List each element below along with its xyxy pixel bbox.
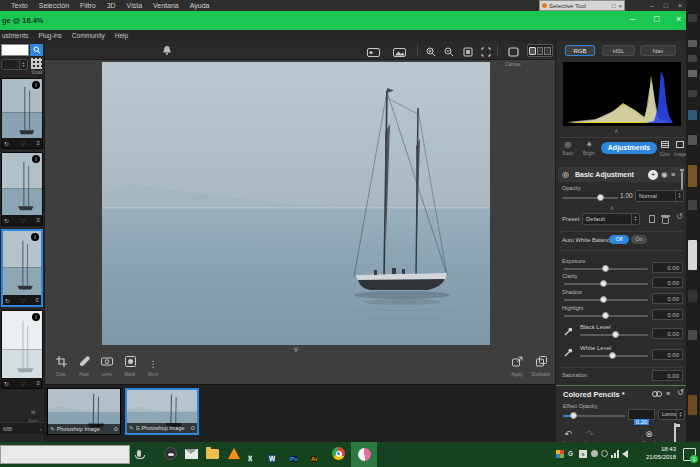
taskbar-app-illustrator[interactable]: Ai <box>311 447 325 461</box>
tab-nav[interactable]: Nav <box>640 45 676 56</box>
like-icon[interactable]: ♡ <box>20 140 25 147</box>
tab-rgb[interactable]: RGB <box>565 45 595 56</box>
tray-x-icon[interactable]: x <box>579 450 587 458</box>
taskbar-clock[interactable]: 18:43 21/05/2018 <box>630 446 676 461</box>
minimize-icon[interactable]: – <box>630 14 635 24</box>
collapse-icon[interactable]: ∧ <box>610 204 614 211</box>
target-icon[interactable]: ⊙ <box>113 426 118 432</box>
delete-preset-icon[interactable] <box>662 217 669 224</box>
close-icon[interactable]: × <box>678 2 682 9</box>
effect-opacity-knob[interactable] <box>570 412 577 419</box>
sync-icon[interactable]: ↻ <box>4 140 9 147</box>
menu-adjustments[interactable]: ustments <box>2 32 28 39</box>
like-icon[interactable]: ♡ <box>20 217 25 224</box>
tray-dot-icon[interactable] <box>591 450 598 457</box>
preset-dropdown[interactable]: Default ▲▼ <box>582 213 640 225</box>
exposure-value[interactable]: 0.00 <box>652 262 683 273</box>
view-compare-icon[interactable] <box>544 47 551 55</box>
white-level-knob[interactable] <box>609 352 616 359</box>
clarity-knob[interactable] <box>600 280 607 287</box>
filmstrip-item-selected[interactable]: ✎ G.Photoshop Image ⊙ <box>125 388 199 435</box>
taskbar-app-excel[interactable]: X <box>248 447 262 461</box>
menu-3d[interactable]: 3D <box>107 2 116 9</box>
highlight-knob[interactable] <box>602 312 609 319</box>
opacity-slider-knob[interactable] <box>597 194 604 201</box>
tab-adjustments[interactable]: Adjustments <box>601 142 657 154</box>
network-icon[interactable] <box>611 450 619 458</box>
info-icon[interactable]: i <box>31 233 39 241</box>
saturation-value[interactable]: 0.00 <box>652 370 683 381</box>
canvas-button[interactable]: Canvas <box>502 43 524 67</box>
highlight-value[interactable]: 0.00 <box>652 309 683 320</box>
effect-opacity-value[interactable]: 0.20 <box>628 409 655 420</box>
tray-g-icon[interactable]: G <box>568 450 573 457</box>
add-icon[interactable]: + <box>648 170 658 180</box>
menu-help[interactable]: Help <box>115 32 128 39</box>
tab-hsl[interactable]: HSL <box>602 45 635 56</box>
search-input[interactable] <box>1 44 29 56</box>
menu-icon[interactable]: ≡ <box>36 140 40 146</box>
next-button[interactable]: » Next <box>24 401 42 424</box>
tool-image[interactable]: Image <box>673 141 687 159</box>
tool-bright[interactable]: ☀ Bright <box>579 141 599 158</box>
minimize-icon[interactable]: – <box>650 2 654 9</box>
maximize-icon[interactable]: □ <box>612 3 616 9</box>
menu-seleccion[interactable]: Selección <box>39 2 69 9</box>
apply-button[interactable]: Apply <box>507 353 527 377</box>
shadow-knob[interactable] <box>600 296 607 303</box>
photo-thumbnail[interactable]: i ↻ ♡ ≡ <box>1 152 43 226</box>
black-level-knob[interactable] <box>612 331 619 338</box>
clarity-value[interactable]: 0.00 <box>652 277 683 288</box>
menu-vista[interactable]: Vista <box>127 2 142 9</box>
new-preset-icon[interactable] <box>649 215 655 223</box>
blend-mode-dropdown[interactable]: Normal ▲▼ <box>635 190 684 202</box>
photo-thumbnail-light[interactable]: i ↻ ♡ ≡ <box>1 310 43 389</box>
menu-icon[interactable]: ≡ <box>35 297 39 303</box>
awb-off-toggle[interactable]: Off <box>609 235 629 244</box>
mask-tool[interactable]: Mask <box>121 353 139 377</box>
tray-circle-icon[interactable] <box>601 450 608 457</box>
menu-plugins[interactable]: Plug-ins <box>38 32 61 39</box>
expand-icon[interactable]: › <box>40 426 42 432</box>
close-icon[interactable]: × <box>676 14 681 24</box>
notification-center-icon[interactable]: 1 <box>683 448 696 461</box>
search-button[interactable] <box>30 44 43 56</box>
options-menu-icon[interactable]: ≡ <box>666 389 670 398</box>
effect-blend-dropdown[interactable]: Luminosity ▲▼ <box>658 409 685 420</box>
target-icon[interactable]: ⊙ <box>190 425 195 431</box>
close-icon[interactable]: × <box>618 3 622 9</box>
menu-icon[interactable]: ≡ <box>36 217 40 223</box>
menu-texto[interactable]: Texto <box>11 2 28 9</box>
view-split-icon[interactable] <box>537 47 544 55</box>
taskbar-app-eye[interactable] <box>164 447 178 461</box>
sync-icon[interactable]: ↻ <box>4 217 9 224</box>
white-level-eyedropper-icon[interactable] <box>564 348 573 357</box>
tool-basic[interactable]: ◎ Basic <box>559 141 577 158</box>
taskbar-app-active[interactable] <box>351 442 377 467</box>
duplicate-button[interactable]: Duplicate <box>529 353 553 377</box>
taskbar-app-photoshop[interactable]: Ps <box>290 447 304 461</box>
maximize-icon[interactable]: □ <box>664 2 668 9</box>
photo-thumbnail-selected[interactable]: i ↻ ♡ ≡ <box>1 229 43 307</box>
sync-icon[interactable]: ↻ <box>5 297 10 304</box>
taskbar-app-chrome[interactable] <box>332 447 346 461</box>
taskbar-app-explorer[interactable] <box>206 447 220 461</box>
histogram-collapse-icon[interactable]: ∧ <box>614 127 618 134</box>
taskbar-app-mail[interactable] <box>185 447 199 461</box>
shadow-value[interactable]: 0.00 <box>652 293 683 304</box>
notification-bell-icon[interactable] <box>162 45 172 56</box>
taskbar-app-word[interactable]: W <box>269 447 283 461</box>
tray-colored-icon[interactable] <box>556 450 564 458</box>
filmstrip-item[interactable]: ✎ Photoshop Image ⊙ <box>47 388 121 435</box>
photo-thumbnail[interactable]: i ↻ ♡ ≡ <box>1 78 43 149</box>
view-single-icon[interactable] <box>529 47 536 55</box>
mask-options-icon[interactable] <box>652 391 662 398</box>
like-icon[interactable]: ♡ <box>20 297 25 304</box>
sync-icon[interactable]: ↻ <box>4 380 9 387</box>
taskbar-app-vlc[interactable] <box>227 447 241 461</box>
microphone-icon[interactable] <box>137 450 141 457</box>
white-level-value[interactable]: 0.00 <box>652 349 683 360</box>
black-level-eyedropper-icon[interactable] <box>564 327 573 336</box>
opacity-slider[interactable] <box>562 197 618 199</box>
exposure-knob[interactable] <box>602 265 609 272</box>
